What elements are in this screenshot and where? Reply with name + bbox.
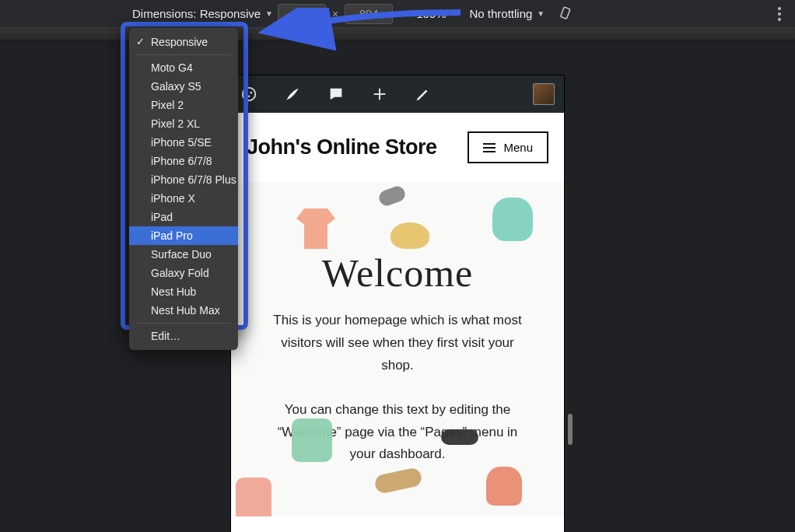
device-option-label: iPhone X	[151, 192, 195, 205]
device-option-label: iPhone 6/7/8	[151, 155, 212, 167]
svg-point-3	[250, 92, 252, 94]
plus-icon[interactable]	[371, 86, 388, 103]
chevron-down-icon: ▼	[451, 9, 459, 18]
throttling-dropdown[interactable]: No throttling ▼	[469, 7, 545, 20]
chevron-down-icon: ▼	[265, 9, 273, 18]
dimensions-dropdown[interactable]: Dimensions: Responsive ▼	[132, 7, 273, 20]
device-option[interactable]: iPhone 6/7/8 Plus	[129, 170, 238, 189]
device-frame: John's Online Store Menu Welcome This is…	[231, 75, 564, 532]
device-option[interactable]: iPhone 5/SE	[129, 133, 238, 152]
svg-rect-0	[561, 6, 570, 18]
device-option-label: Galaxy S5	[151, 80, 201, 93]
pencil-icon[interactable]	[415, 86, 432, 103]
device-stage: John's Online Store Menu Welcome This is…	[0, 40, 795, 532]
device-option[interactable]: iPhone X	[129, 189, 238, 208]
dashboard-icon[interactable]	[240, 86, 257, 103]
device-option-label: Galaxy Fold	[151, 267, 209, 279]
chevron-down-icon: ▼	[537, 9, 545, 18]
devtools-toolbar: Dimensions: Responsive ▼ × 100% ▼ No thr…	[0, 0, 795, 28]
tshirt-icon	[296, 208, 335, 249]
device-option-ipad-pro[interactable]: iPad Pro	[129, 226, 238, 245]
rotate-icon[interactable]	[559, 6, 574, 22]
device-option-label: Surface Duo	[151, 248, 212, 261]
device-option-label: Responsive	[151, 36, 208, 48]
avatar[interactable]	[533, 83, 555, 105]
device-option[interactable]: iPad	[129, 208, 238, 226]
menu-divider	[137, 323, 230, 324]
device-option[interactable]: Surface Duo	[129, 245, 238, 264]
device-option-label: iPad Pro	[151, 229, 193, 242]
wp-admin-bar	[231, 75, 564, 113]
device-option-label: Nest Hub	[151, 285, 196, 298]
hamburger-icon	[483, 143, 496, 152]
device-option-label: iPhone 6/7/8 Plus	[151, 173, 236, 186]
zoom-label: 100%	[416, 7, 446, 20]
device-option[interactable]: Nest Hub	[129, 282, 238, 301]
times-separator: ×	[332, 8, 338, 20]
device-option-label: Pixel 2	[151, 99, 184, 111]
shirt-icon	[492, 198, 533, 241]
device-option-label: Pixel 2 XL	[151, 117, 200, 130]
cap-icon	[390, 222, 429, 249]
hero-paragraph: This is your homepage which is what most…	[265, 310, 530, 377]
height-input[interactable]	[345, 4, 393, 24]
hero-heading: Welcome	[259, 250, 536, 296]
device-option[interactable]: iPhone 6/7/8	[129, 152, 238, 170]
brush-icon[interactable]	[284, 86, 301, 103]
sunglasses-icon	[377, 184, 408, 208]
zoom-dropdown[interactable]: 100% ▼	[416, 7, 458, 20]
device-option[interactable]: Nest Hub Max	[129, 301, 238, 320]
device-option[interactable]: Galaxy Fold	[129, 264, 238, 282]
width-input[interactable]	[278, 4, 326, 24]
device-option[interactable]: Moto G4	[129, 58, 238, 77]
throttling-label: No throttling	[469, 7, 532, 20]
sunglasses-icon	[441, 429, 478, 445]
device-option-label: Moto G4	[151, 61, 193, 74]
menu-divider	[137, 54, 230, 55]
jacket-icon	[292, 418, 332, 462]
device-option[interactable]: Pixel 2 XL	[129, 114, 238, 133]
device-option[interactable]: Pixel 2	[129, 96, 238, 114]
svg-point-2	[246, 92, 248, 94]
device-option[interactable]: Galaxy S5	[129, 77, 238, 96]
hero-section: Welcome This is your homepage which is w…	[231, 182, 564, 516]
site-header: John's Online Store Menu	[231, 113, 564, 182]
pants-icon	[236, 478, 271, 516]
svg-point-1	[243, 88, 256, 101]
belt-icon	[373, 467, 423, 495]
device-option-label: Nest Hub Max	[151, 304, 220, 317]
dimensions-label: Dimensions: Responsive	[132, 7, 261, 20]
menu-button-label: Menu	[503, 141, 533, 154]
ruler-strip	[0, 28, 795, 40]
device-option-label: iPad	[151, 211, 173, 223]
device-option-edit[interactable]: Edit…	[129, 327, 238, 345]
site-title: John's Online Store	[247, 135, 436, 159]
device-dropdown: Responsive Moto G4 Galaxy S5 Pixel 2 Pix…	[129, 28, 238, 350]
device-option-responsive[interactable]: Responsive	[129, 33, 238, 51]
svg-point-4	[248, 95, 250, 97]
hoodie-icon	[486, 467, 522, 506]
menu-button[interactable]: Menu	[468, 131, 548, 163]
scrollbar-handle[interactable]	[568, 414, 573, 445]
device-option-label: Edit…	[151, 330, 180, 342]
comment-icon[interactable]	[327, 86, 345, 103]
device-option-label: iPhone 5/SE	[151, 136, 212, 149]
more-options-icon[interactable]	[778, 5, 781, 23]
